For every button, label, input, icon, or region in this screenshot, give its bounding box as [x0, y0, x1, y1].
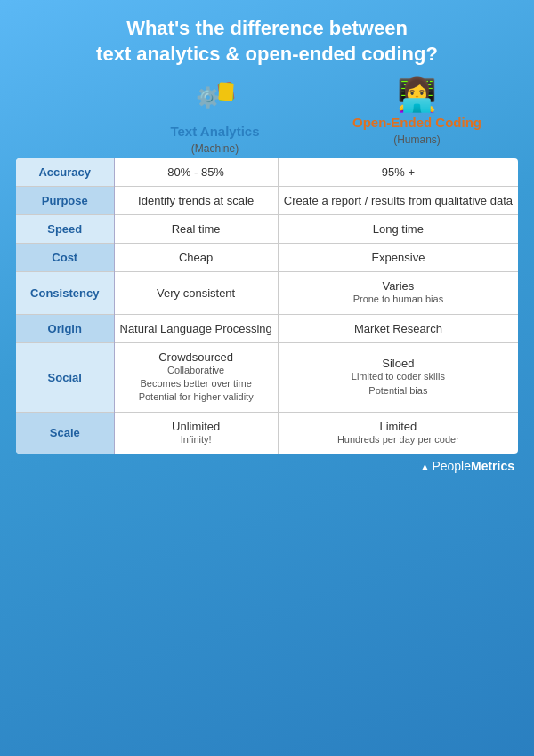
page-title: What's the difference between text analy… — [96, 16, 438, 67]
logo-row: ▲PeopleMetrics — [16, 459, 518, 473]
cell-human-accuracy: 95% + — [278, 158, 518, 187]
table-row: OriginNatural Language ProcessingMarket … — [16, 314, 518, 342]
cell-human-cost: Expensive — [278, 244, 518, 272]
cell-human-social: SiloedLimited to coder skillsPotential b… — [278, 342, 518, 412]
row-label-cost: Cost — [16, 244, 114, 272]
col1-subtitle: (Machine) — [191, 142, 239, 155]
table-row: PurposeIdentify trends at scaleCreate a … — [16, 187, 518, 215]
table-row: Accuracy80% - 85%95% + — [16, 158, 518, 187]
col2-subtitle: (Humans) — [393, 133, 441, 146]
row-label-accuracy: Accuracy — [16, 158, 114, 187]
row-label-purpose: Purpose — [16, 187, 114, 215]
table-row: ScaleUnlimitedInfinity!LimitedHundreds p… — [16, 412, 518, 454]
comparison-table: Accuracy80% - 85%95% +PurposeIdentify tr… — [16, 158, 518, 454]
logo-icon: ▲ — [419, 461, 430, 473]
row-label-scale: Scale — [16, 412, 114, 454]
cell-machine-scale: UnlimitedInfinity! — [114, 412, 278, 454]
cell-machine-accuracy: 80% - 85% — [114, 158, 278, 187]
machine-icon: ⚙️ — [194, 79, 237, 120]
col2-title: Open-Ended Coding — [352, 115, 481, 130]
cell-human-origin: Market Research — [278, 314, 518, 342]
cell-machine-consistency: Very consistent — [114, 272, 278, 314]
row-label-consistency: Consistency — [16, 272, 114, 314]
brand-logo: ▲PeopleMetrics — [419, 459, 514, 473]
table-row: ConsistencyVery consistentVariesProne to… — [16, 272, 518, 314]
col-header-human: 👩‍💻 Open-Ended Coding (Humans) — [316, 79, 518, 155]
row-label-speed: Speed — [16, 215, 114, 244]
cell-machine-speed: Real time — [114, 215, 278, 244]
table-row: SpeedReal timeLong time — [16, 215, 518, 244]
cell-machine-origin: Natural Language Processing — [114, 314, 278, 342]
cell-machine-cost: Cheap — [114, 244, 278, 272]
svg-text:⚙️: ⚙️ — [196, 85, 221, 109]
cell-human-speed: Long time — [278, 215, 518, 244]
table-row: SocialCrowdsourcedCollaborativeBecomes b… — [16, 342, 518, 412]
page-container: What's the difference between text analy… — [0, 0, 534, 756]
row-label-social: Social — [16, 342, 114, 412]
row-label-origin: Origin — [16, 314, 114, 342]
col-header-machine: ⚙️ Text Analytics (Machine) — [114, 79, 316, 155]
svg-rect-3 — [218, 83, 233, 101]
cell-human-consistency: VariesProne to human bias — [278, 272, 518, 314]
cell-machine-social: CrowdsourcedCollaborativeBecomes better … — [114, 342, 278, 412]
human-icon: 👩‍💻 — [397, 79, 437, 111]
column-headers: ⚙️ Text Analytics (Machine) 👩‍💻 Open-End… — [16, 79, 518, 155]
col1-title: Text Analytics — [170, 124, 259, 139]
cell-machine-purpose: Identify trends at scale — [114, 187, 278, 215]
table-row: CostCheapExpensive — [16, 244, 518, 272]
cell-human-purpose: Create a report / results from qualitati… — [278, 187, 518, 215]
cell-human-scale: LimitedHundreds per day per coder — [278, 412, 518, 454]
